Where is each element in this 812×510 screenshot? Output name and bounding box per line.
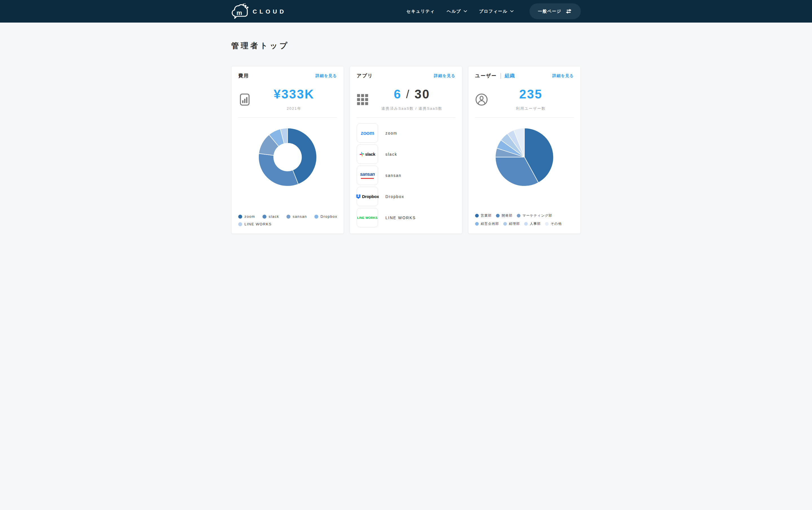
app-logo-tile-zoom[interactable]: zoom (357, 123, 378, 143)
sansan-logo: sansan (360, 172, 375, 179)
legend-item-開発部: 開発部 (496, 213, 513, 218)
apps-connected-count: 6 (394, 88, 401, 101)
nav-item-security[interactable]: セキュリティ (406, 9, 435, 14)
legend-label: 開発部 (502, 213, 513, 218)
legend-item-人事部: 人事部 (524, 221, 541, 226)
nav-item-label: セキュリティ (406, 9, 435, 14)
app-logo-tile-lineworks[interactable]: LINE WORKS (357, 208, 378, 227)
legend-item-slack: slack (263, 215, 279, 219)
legend-label: 人事部 (530, 221, 541, 226)
app-name: zoom (385, 131, 397, 135)
legend-label: 経理部 (509, 221, 520, 226)
legend-item-経理部: 経理部 (503, 221, 520, 226)
legend-label: 経営企画部 (481, 221, 499, 226)
legend-dot (503, 222, 507, 226)
card-divider (475, 117, 574, 118)
app-list: zoomzoom slackslacksansansansan DropboxD… (357, 123, 455, 227)
legend-dot (238, 222, 242, 226)
users-subtitle: 利用ユーザー数 (488, 106, 574, 111)
nav-item-profile[interactable]: プロフィール (479, 9, 514, 14)
bar-chart-icon (238, 93, 251, 106)
dropbox-glyph-icon (356, 194, 361, 199)
cost-subtitle: 2021年 (251, 106, 337, 111)
org-pie-chart[interactable] (495, 128, 554, 187)
nav-item-label: プロフィール (479, 9, 508, 14)
apps-details-link[interactable]: 詳細を見る (434, 73, 455, 78)
tab-organization[interactable]: 組織 (505, 73, 515, 79)
dropbox-logo: Dropbox (356, 194, 379, 199)
app-name: sansan (385, 173, 401, 178)
legend-label: マーケティング部 (522, 213, 552, 218)
app-logo[interactable]: m CLOUD (231, 3, 287, 19)
app-header: m CLOUD セキュリティ ヘルプ プロフィール 一般ページ (0, 0, 812, 23)
legend-item-LINE WORKS: LINE WORKS (238, 222, 272, 226)
apps-count-separator: / (406, 89, 410, 100)
main-nav: セキュリティ ヘルプ プロフィール 一般ページ (406, 3, 581, 19)
legend-dot (524, 222, 528, 226)
legend-label: slack (269, 215, 279, 219)
app-logo-tile-dropbox[interactable]: Dropbox (357, 187, 378, 206)
zoom-logo: zoom (361, 130, 374, 136)
dashboard-cards: 費用 詳細を見る ¥333K 2021年 zoomslacksansa (231, 66, 581, 234)
legend-dot (475, 214, 479, 218)
apps-card-title: アプリ (357, 73, 373, 79)
org-legend: 営業部開発部マーケティング部経営企画部経理部人事部その他 (475, 213, 574, 226)
nav-item-label: ヘルプ (447, 9, 461, 14)
legend-label: Dropbox (321, 215, 337, 219)
cost-donut-chart[interactable] (258, 128, 317, 187)
card-divider (357, 117, 455, 118)
app-list-item-dropbox: DropboxDropbox (357, 187, 455, 206)
chevron-down-icon (463, 10, 467, 12)
apps-card: アプリ 詳細を見る 6 / 30 連携済みSaaS数 / 連携SaaS数 (350, 66, 462, 234)
cost-legend: zoomslacksansanDropboxLINE WORKS (238, 215, 337, 226)
apps-subtitle: 連携済みSaaS数 / 連携SaaS数 (368, 106, 455, 111)
legend-dot (314, 215, 318, 219)
legend-item-経営企画部: 経営企画部 (475, 221, 499, 226)
slack-logo: slack (359, 152, 375, 157)
legend-label: その他 (551, 221, 562, 226)
legend-item-sansan: sansan (287, 215, 307, 219)
sansan-underline (361, 178, 374, 179)
legend-dot (545, 222, 549, 226)
general-page-button-label: 一般ページ (538, 9, 561, 14)
grid-icon (357, 94, 368, 106)
person-icon (475, 93, 488, 106)
legend-dot (238, 215, 242, 219)
app-list-item-sansan: sansansansan (357, 166, 455, 185)
legend-label: LINE WORKS (244, 222, 272, 226)
legend-item-zoom: zoom (238, 215, 255, 219)
users-value: 235 (488, 88, 574, 101)
slack-hash-icon (359, 152, 364, 157)
page-title: 管理者トップ (231, 40, 581, 51)
app-logo-tile-sansan[interactable]: sansan (357, 166, 378, 185)
legend-dot (475, 222, 479, 226)
legend-dot (287, 215, 291, 219)
cloud-logo-icon: m (231, 3, 249, 19)
app-list-item-lineworks: LINE WORKSLINE WORKS (357, 208, 455, 227)
legend-dot (517, 214, 520, 218)
cost-card-title: 費用 (238, 73, 249, 79)
legend-item-マーケティング部: マーケティング部 (517, 213, 552, 218)
legend-label: 営業部 (481, 213, 492, 218)
legend-row: LINE WORKS (238, 222, 337, 226)
cost-card: 費用 詳細を見る ¥333K 2021年 zoomslacksansa (231, 66, 344, 234)
pie-slice-slack[interactable] (259, 153, 298, 186)
apps-total-count: 30 (415, 88, 430, 101)
app-list-item-slack: slackslack (357, 144, 455, 164)
users-details-link[interactable]: 詳細を見る (552, 73, 574, 78)
nav-item-help[interactable]: ヘルプ (447, 9, 467, 14)
cost-details-link[interactable]: 詳細を見る (315, 73, 337, 78)
legend-label: sansan (293, 215, 307, 219)
logo-letter: m (237, 9, 242, 17)
legend-row: 経営企画部経理部人事部その他 (475, 221, 574, 226)
legend-item-その他: その他 (545, 221, 562, 226)
app-list-item-zoom: zoomzoom (357, 123, 455, 143)
tab-divider (501, 73, 501, 79)
cost-value: ¥333K (251, 88, 337, 101)
legend-item-Dropbox: Dropbox (314, 215, 337, 219)
app-logo-tile-slack[interactable]: slack (357, 144, 378, 164)
app-name: slack (385, 152, 397, 157)
general-page-button[interactable]: 一般ページ (530, 3, 581, 19)
lineworks-logo: LINE WORKS (357, 216, 378, 220)
tab-users[interactable]: ユーザー (475, 73, 497, 79)
